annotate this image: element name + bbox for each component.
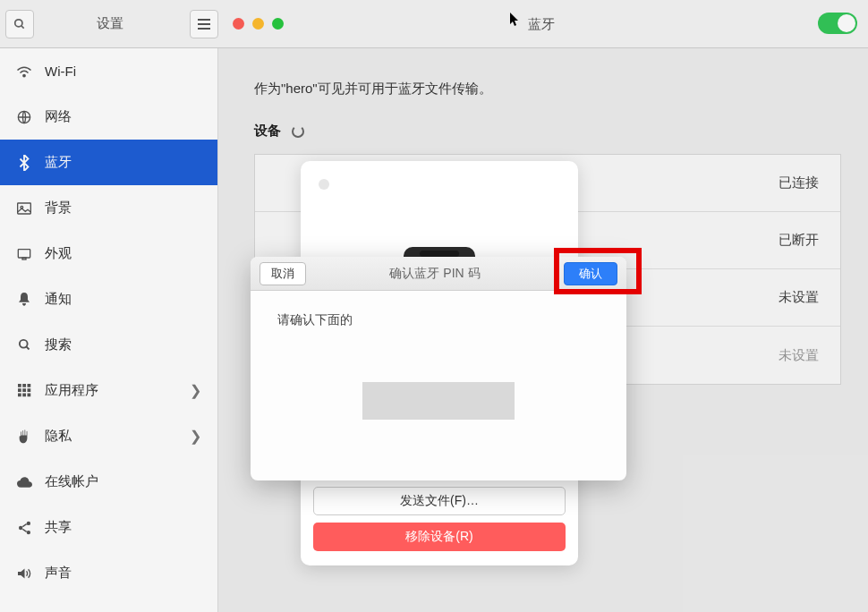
send-file-button[interactable]: 发送文件(F)… (313, 487, 566, 515)
confirm-button[interactable]: 确认 (564, 262, 617, 285)
dialog-header: 取消 确认蓝牙 PIN 码 确认 (251, 257, 626, 291)
cancel-label: 取消 (271, 267, 294, 280)
send-file-label: 发送文件(F)… (400, 493, 479, 509)
remove-device-button[interactable]: 移除设备(R) (313, 523, 566, 551)
remove-device-label: 移除设备(R) (405, 529, 472, 545)
pin-confirm-dialog: 取消 确认蓝牙 PIN 码 确认 请确认下面的 (251, 257, 626, 480)
popover-status-dot (319, 179, 329, 190)
confirm-label: 确认 (579, 267, 602, 280)
pin-placeholder (362, 382, 515, 420)
dialog-title: 确认蓝牙 PIN 码 (389, 266, 480, 282)
phone-notch-icon (420, 251, 459, 257)
dialog-prompt: 请确认下面的 (277, 312, 600, 328)
cancel-button[interactable]: 取消 (260, 262, 306, 285)
